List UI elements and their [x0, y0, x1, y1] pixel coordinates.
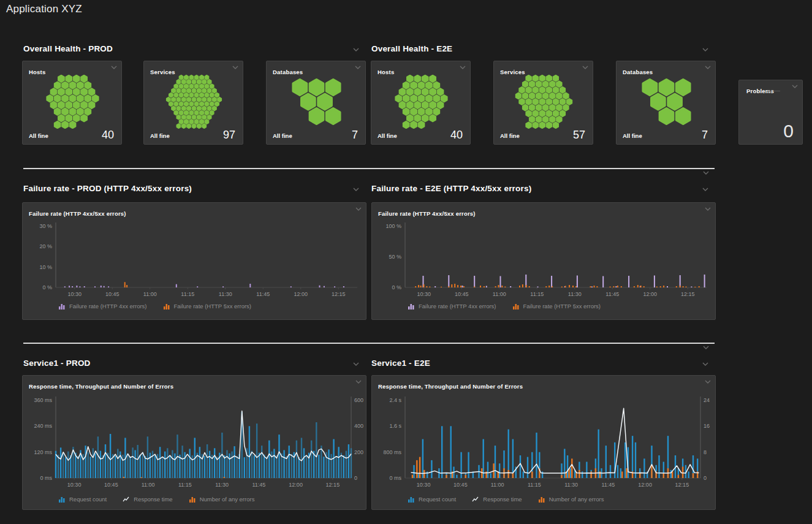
chevron-down-icon[interactable] [705, 207, 711, 211]
legend-item-request-count: Request count [58, 496, 107, 503]
health-tile-e2e-databases[interactable]: Databases All fine7 [616, 61, 716, 145]
svg-text:10:30: 10:30 [417, 482, 431, 488]
svg-text:10:30: 10:30 [417, 291, 431, 297]
svg-text:11:15: 11:15 [528, 482, 541, 488]
svg-text:240 ms: 240 ms [34, 423, 52, 429]
legend-item-5xx: Failure rate (HTTP 5xx errors) [163, 303, 252, 309]
chart-legend: Request count Response time Number of an… [58, 496, 254, 503]
bar-chart-icon [408, 496, 415, 503]
svg-text:10:45: 10:45 [104, 482, 118, 488]
chevron-down-icon[interactable] [355, 66, 361, 69]
svg-text:120 ms: 120 ms [34, 449, 52, 455]
svg-text:0 %: 0 % [42, 284, 52, 290]
chart-title: Response time, Throughput and Number of … [29, 383, 173, 390]
svg-text:11:45: 11:45 [252, 482, 265, 488]
health-tile-e2e-hosts[interactable]: Hosts All fine40 [371, 61, 471, 145]
section-header-failure-e2e: Failure rate - E2E (HTTP 4xx/5xx errors) [371, 184, 531, 193]
legend-item-response-time: Response time [123, 496, 172, 503]
section-header-service1-prod: Service1 - PROD [23, 359, 91, 368]
legend-item-4xx: Failure rate (HTTP 4xx errors) [408, 303, 496, 309]
bar-chart-icon [163, 303, 170, 309]
chart-tile-failure-e2e[interactable]: Failure rate (HTTP 4xx/5xx errors) 0 %50… [371, 202, 716, 320]
chevron-down-icon[interactable] [355, 380, 362, 384]
svg-text:10:30: 10:30 [67, 482, 82, 488]
honeycomb-chart [23, 75, 122, 129]
svg-text:0 ms: 0 ms [389, 475, 401, 481]
svg-text:24: 24 [704, 397, 710, 403]
legend-item-response-time: Response time [472, 496, 522, 503]
bar-chart-icon [58, 496, 66, 503]
chart-tile-service1-prod[interactable]: Response time, Throughput and Number of … [22, 375, 366, 510]
chart-title: Failure rate (HTTP 4xx/5xx errors) [29, 210, 126, 217]
svg-text:10 %: 10 % [39, 264, 52, 270]
svg-text:11:15: 11:15 [181, 291, 194, 297]
status-text: All fine [500, 132, 520, 139]
chart-tile-failure-prod[interactable]: Failure rate (HTTP 4xx/5xx errors) 0 %10… [22, 202, 366, 320]
bar-chart-icon [538, 496, 545, 503]
status-text: All fine [150, 132, 170, 139]
svg-text:11:45: 11:45 [605, 291, 619, 297]
svg-text:11:00: 11:00 [142, 482, 155, 488]
chart-tile-service1-e2e[interactable]: Response time, Throughput and Number of … [371, 375, 716, 510]
line-chart-icon [472, 496, 479, 503]
line-chart-icon [123, 496, 130, 503]
failure-rate-chart-e2e[interactable]: 0 %50 %100 %10:3010:4511:0011:1511:3011:… [372, 219, 716, 305]
service-metrics-chart-e2e[interactable]: 0 ms800 ms1.6 s2.4 s08162410:3010:4511:0… [372, 392, 716, 495]
health-tile-prod-services[interactable]: Services All fine97 [143, 61, 243, 145]
health-tile-prod-hosts[interactable]: Hosts All fine40 [22, 61, 122, 145]
svg-text:0 %: 0 % [392, 284, 401, 290]
chevron-down-icon[interactable] [792, 85, 798, 88]
chevron-down-icon[interactable] [703, 346, 709, 349]
svg-text:11:15: 11:15 [530, 291, 544, 297]
legend-item-request-count: Request count [408, 496, 456, 503]
svg-text:2.4 s: 2.4 s [389, 397, 401, 403]
section-header-overall-health-prod: Overall Health - PROD [23, 44, 113, 53]
failure-rate-chart-prod[interactable]: 0 %10 %20 %30 %10:3010:4511:0011:1511:30… [23, 219, 367, 305]
chevron-down-icon[interactable] [702, 362, 708, 366]
service-metrics-chart-prod[interactable]: 0 ms120 ms240 ms360 ms020040060010:3010:… [23, 392, 367, 495]
status-text: All fine [29, 132, 48, 139]
svg-text:1.6 s: 1.6 s [389, 423, 401, 429]
chevron-down-icon[interactable] [703, 171, 709, 175]
svg-text:0 ms: 0 ms [40, 475, 52, 481]
svg-text:10:45: 10:45 [105, 291, 120, 297]
bar-chart-icon [512, 303, 520, 309]
svg-text:100 %: 100 % [385, 223, 401, 229]
svg-text:11:15: 11:15 [178, 482, 192, 488]
svg-text:11:30: 11:30 [568, 291, 582, 297]
chevron-down-icon[interactable] [702, 188, 708, 191]
svg-text:11:00: 11:00 [491, 482, 504, 488]
chart-title: Failure rate (HTTP 4xx/5xx errors) [378, 210, 476, 217]
chevron-down-icon[interactable] [705, 66, 711, 69]
section-divider [23, 168, 715, 169]
chevron-down-icon[interactable] [232, 66, 238, 69]
health-tile-prod-databases[interactable]: Databases All fine7 [266, 61, 366, 145]
entity-count: 40 [450, 129, 463, 142]
svg-text:12:15: 12:15 [332, 291, 346, 297]
svg-text:12:15: 12:15 [326, 482, 340, 488]
chevron-down-icon[interactable] [353, 188, 359, 191]
page-title: Application XYZ [6, 3, 82, 15]
svg-text:11:45: 11:45 [601, 482, 615, 488]
chevron-down-icon[interactable] [460, 66, 466, 69]
svg-text:11:30: 11:30 [215, 482, 229, 488]
section-divider [23, 343, 715, 344]
svg-text:20 %: 20 % [39, 243, 52, 249]
problems-tile[interactable]: Problems 0 [738, 80, 803, 145]
honeycomb-chart [267, 75, 366, 129]
chevron-down-icon[interactable] [353, 362, 359, 366]
section-header-overall-health-e2e: Overall Health - E2E [371, 44, 452, 53]
chevron-down-icon[interactable] [582, 66, 588, 69]
chevron-down-icon[interactable] [353, 48, 359, 51]
bar-chart-icon [58, 303, 66, 309]
health-tile-e2e-services[interactable]: Services All fine57 [493, 61, 593, 145]
chevron-down-icon[interactable] [702, 48, 708, 51]
bar-chart-icon [189, 496, 196, 503]
svg-text:0: 0 [354, 475, 357, 481]
chevron-down-icon[interactable] [355, 207, 362, 211]
entity-count: 57 [573, 129, 585, 142]
svg-text:12:00: 12:00 [289, 482, 303, 488]
chevron-down-icon[interactable] [111, 66, 117, 69]
chevron-down-icon[interactable] [705, 380, 711, 384]
svg-text:600: 600 [354, 397, 363, 403]
